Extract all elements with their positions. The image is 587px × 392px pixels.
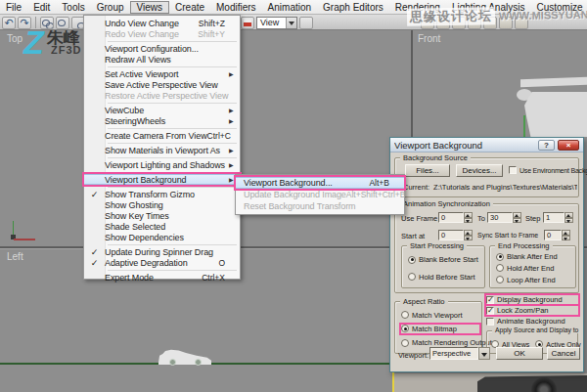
ok-button[interactable]: OK	[496, 347, 543, 360]
menu-item-show-ghosting[interactable]: Show Ghosting	[84, 199, 240, 210]
display-option-animate-background[interactable]: Animate Background	[486, 317, 578, 326]
front-viewport-geometry	[517, 76, 587, 137]
menu-item-label: Show Transform Gizmo	[105, 190, 195, 199]
viewport-dropdown-arrow-icon[interactable]	[478, 347, 490, 360]
menubar-item-animation[interactable]: Animation	[262, 1, 317, 14]
close-button[interactable]: ×	[558, 140, 579, 151]
use-environment-checkbox[interactable]	[509, 166, 517, 174]
radio-button[interactable]	[401, 325, 409, 332]
dialog-title: Viewport Background	[394, 140, 538, 151]
aspect-ratio-option-match-bitmap[interactable]: Match Bitmap	[401, 325, 479, 333]
background-source-group: Background Source Files... Devices... Us…	[394, 157, 579, 197]
radio-button[interactable]	[496, 276, 504, 283]
radio-button[interactable]	[408, 256, 416, 264]
radio-button[interactable]	[408, 273, 416, 281]
menu-item-set-active-viewport[interactable]: Set Active Viewport▶	[84, 68, 240, 79]
radio-button[interactable]	[401, 339, 409, 347]
cancel-button[interactable]: Cancel	[547, 347, 580, 360]
files-button[interactable]: Files...	[405, 164, 450, 177]
missyuan-site-name: 思缘设计论坛	[407, 7, 495, 26]
menu-item-steeringwheels[interactable]: SteeringWheels▶	[84, 115, 240, 126]
car-silhouette	[158, 348, 211, 365]
submenu-item-update-background-image[interactable]: Update Background ImageAlt+Shift+Ctrl+B	[236, 189, 404, 200]
dropdown-arrow-icon[interactable]	[286, 18, 296, 28]
sync-start-field[interactable]: 0	[544, 230, 562, 240]
step-spinner[interactable]	[564, 212, 573, 223]
menu-item-viewport-lighting-and-shadows[interactable]: Viewport Lighting and Shadows▶	[84, 159, 240, 170]
aspect-ratio-option-match-rendering-output[interactable]: Match Rendering Output	[401, 338, 479, 347]
use-frame-field[interactable]: 0	[438, 212, 464, 223]
menubar-item-group[interactable]: Group	[91, 1, 130, 14]
end-processing-option-loop-after-end[interactable]: Loop After End	[496, 276, 573, 284]
menu-item-expert-mode[interactable]: Expert ModeCtrl+X	[84, 272, 240, 283]
menu-item-viewport-background[interactable]: Viewport Background▶	[84, 174, 240, 185]
start-processing-option-blank-before-start[interactable]: Blank Before Start	[408, 255, 482, 264]
step-field[interactable]: 1	[543, 212, 564, 223]
current-path-line: Current: Z:\Tutorials and Plugins\Textur…	[403, 183, 577, 192]
submenu-item-viewport-background[interactable]: Viewport Background...Alt+B	[236, 177, 404, 189]
menu-item-viewcube[interactable]: ViewCube▶	[84, 105, 240, 115]
crossing-selection-icon[interactable]	[241, 17, 254, 29]
end-processing-option-hold-after-end[interactable]: Hold After End	[496, 264, 573, 273]
menu-item-save-active-perspective-view[interactable]: Save Active Perspective View	[84, 79, 240, 90]
menu-item-restore-active-perspective-view[interactable]: Restore Active Perspective View	[84, 90, 240, 101]
aspect-ratio-option-match-viewport[interactable]: Match Viewport	[401, 311, 479, 320]
menu-item-label: Undo View Change	[105, 19, 179, 28]
menu-item-show-dependencies[interactable]: Show Dependencies	[84, 232, 240, 242]
start-at-field[interactable]: 0	[438, 230, 464, 240]
menubar-item-file[interactable]: File	[0, 1, 27, 14]
menu-item-redraw-all-views[interactable]: Redraw All Views	[84, 54, 240, 65]
radio-button[interactable]	[401, 311, 409, 319]
menu-item-viewport-configuration[interactable]: Viewport Configuration...	[84, 43, 240, 54]
devices-button[interactable]: Devices...	[456, 164, 503, 177]
menubar-item-create[interactable]: Create	[169, 1, 210, 14]
checkbox[interactable]	[486, 318, 494, 326]
menu-shortcut: Alt+B	[369, 178, 393, 188]
perspective-background-photo	[394, 373, 587, 392]
unlink-selection-icon[interactable]	[56, 17, 69, 29]
menubar-item-graph-editors[interactable]: Graph Editors	[317, 1, 389, 14]
menu-item-show-materials-in-viewport-as[interactable]: Show Materials in Viewport As▶	[84, 145, 240, 155]
menu-item-label: Expert Mode	[105, 273, 154, 283]
start-at-spinner[interactable]	[464, 230, 473, 240]
dialog-titlebar[interactable]: Viewport Background ? ×	[390, 138, 583, 152]
use-center-icon[interactable]	[299, 17, 313, 29]
animation-sync-group: Animation Synchronization Use Frame 0 To…	[394, 203, 579, 293]
checkbox[interactable]	[486, 296, 494, 304]
menu-item-redo-view-change[interactable]: Redo View ChangeShift+Y	[84, 28, 240, 39]
to-field[interactable]: 30	[487, 212, 513, 223]
menu-item-undo-view-change[interactable]: Undo View ChangeShift+Z	[84, 18, 240, 28]
use-frame-spinner[interactable]	[464, 212, 473, 223]
display-option-lock-zoom-pan[interactable]: Lock Zoom/Pan	[486, 306, 578, 315]
radio-button[interactable]	[496, 264, 504, 272]
menubar-item-modifiers[interactable]: Modifiers	[210, 1, 262, 14]
menubar-item-tools[interactable]: Tools	[56, 1, 90, 14]
menu-item-show-key-times[interactable]: Show Key Times	[84, 210, 240, 221]
use-frame-label: Use Frame	[401, 214, 437, 223]
menu-shortcut: Shift+Z	[199, 19, 229, 28]
menu-item-create-camera-from-view[interactable]: Create Camera From ViewCtrl+C	[84, 130, 240, 141]
menu-item-shade-selected[interactable]: Shade Selected	[84, 221, 240, 232]
radio-button[interactable]	[496, 253, 504, 261]
reference-coordinate-dropdown[interactable]: View	[256, 17, 297, 29]
redo-icon[interactable]: ↷	[18, 17, 31, 29]
end-processing-option-blank-after-end[interactable]: Blank After End	[496, 252, 573, 261]
viewport-label-left: Left	[7, 251, 23, 262]
display-option-display-background[interactable]: Display Background	[486, 295, 578, 304]
menu-item-adaptive-degradation[interactable]: ✓Adaptive DegradationO	[84, 257, 240, 268]
viewport-dropdown[interactable]: Perspective	[429, 347, 490, 360]
to-spinner[interactable]	[513, 212, 521, 223]
sync-start-spinner[interactable]	[562, 230, 570, 240]
menu-item-show-transform-gizmo[interactable]: ✓Show Transform Gizmo	[84, 189, 240, 199]
help-button[interactable]: ?	[538, 140, 555, 151]
menubar-item-views[interactable]: Views	[130, 1, 170, 14]
select-and-link-icon[interactable]	[40, 17, 54, 29]
zf-logo-letter: Z	[23, 25, 44, 59]
use-environment-background-option[interactable]: Use Environment Background	[509, 166, 587, 174]
menu-item-update-during-spinner-drag[interactable]: ✓Update During Spinner Drag	[84, 246, 240, 257]
start-processing-option-hold-before-start[interactable]: Hold Before Start	[408, 273, 482, 282]
undo-icon[interactable]: ↶	[2, 17, 16, 29]
checkbox[interactable]	[486, 307, 494, 315]
submenu-item-reset-background-transform[interactable]: Reset Background Transform	[236, 200, 404, 212]
menubar-item-edit[interactable]: Edit	[27, 1, 56, 14]
